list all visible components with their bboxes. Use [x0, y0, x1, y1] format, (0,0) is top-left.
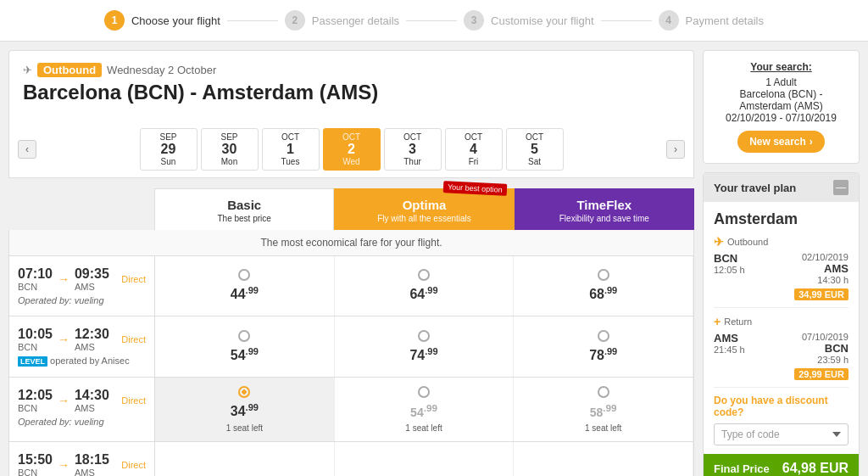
fare-price-3-0[interactable]	[155, 442, 335, 476]
final-price-row: Final Price 64,98 EUR	[704, 454, 859, 476]
direct-link-0[interactable]: Direct	[121, 274, 146, 284]
fare-price-1-1[interactable]: 74.99	[335, 316, 515, 377]
return-left: AMS 21:45 h	[714, 332, 745, 355]
date-picker: ‹ SEP 29 Sun SEP 30 Mon OCT 1 Tues OCT 2…	[8, 121, 694, 178]
price-radio-2-1: 54.99 1 seat left	[405, 386, 442, 433]
dep-time-3: 15:50 BCN	[18, 452, 53, 476]
fare-price-0-1[interactable]: 64.99	[335, 256, 515, 316]
return-leg: + Return AMS 21:45 h 07/10/2019 BCN 23:5…	[714, 315, 849, 380]
arr-time-3: 18:15 AMS	[75, 452, 109, 476]
return-arr-airport: BCN	[802, 342, 849, 355]
fare-price-1-2[interactable]: 78.99	[514, 316, 693, 377]
flight-row-2: 12:05 BCN → 14:30 AMS Direct Operated by…	[8, 378, 694, 442]
outbound-dep-date: 02/10/2019	[802, 252, 849, 262]
price-val-2-0: 34.99	[231, 402, 259, 419]
discount-select[interactable]: Type of code	[714, 423, 849, 445]
direct-link-1[interactable]: Direct	[121, 334, 146, 344]
new-search-label: New search	[749, 136, 806, 148]
step-divider-3	[601, 20, 652, 21]
date-item-5[interactable]: OCT 4 Fri	[445, 128, 503, 171]
fare-timeflex-header[interactable]: TimeFlex Flexibility and save time	[515, 188, 694, 230]
arrow-icon-0: →	[58, 272, 70, 286]
fare-optima-header[interactable]: Your best option Optima Fly with all the…	[334, 188, 514, 230]
step-2[interactable]: 2 Passenger details	[285, 10, 399, 31]
price-radio-1-1: 74.99	[409, 330, 437, 363]
step-3-label: Customise your flight	[491, 14, 593, 27]
operator-2: Operated by: vueling	[18, 417, 146, 427]
return-leg-label: Return	[724, 316, 752, 327]
direct-link-3[interactable]: Direct	[121, 460, 146, 470]
travel-plan-body: Amsterdam ✈ Outbound BCN 12:05 h 02/10/2…	[704, 202, 859, 454]
date-next-button[interactable]: ›	[666, 140, 685, 159]
search-adult-count: 1 Adult	[714, 76, 849, 88]
travel-plan-title: Your travel plan	[714, 182, 796, 194]
price-val-1-2: 78.99	[589, 346, 617, 363]
step-1-num: 1	[104, 10, 125, 31]
arrow-icon-3: →	[58, 458, 70, 472]
flight-times-2: 12:05 BCN → 14:30 AMS Direct	[18, 388, 146, 413]
plane-icon: ✈	[23, 64, 32, 76]
new-search-button[interactable]: New search ›	[737, 131, 825, 153]
level-logo: LEVEL	[18, 356, 47, 367]
date-item-1[interactable]: SEP 30 Mon	[201, 128, 259, 171]
date-prev-button[interactable]: ‹	[18, 140, 36, 159]
discount-label: Do you have a discount code?	[714, 395, 849, 418]
outbound-arr-airport: AMS	[802, 262, 849, 275]
outbound-dep-time: 12:05 h	[714, 265, 745, 275]
step-4-num: 4	[659, 10, 679, 31]
outbound-left: BCN 12:05 h	[714, 252, 745, 275]
operator-0: Operated by: vueling	[18, 295, 146, 305]
price-val-0-2: 68.99	[589, 285, 617, 302]
radio-circle-2-2	[598, 386, 609, 398]
fare-price-2-1[interactable]: 54.99 1 seat left	[335, 378, 515, 441]
flight-row-3: 15:50 BCN → 18:15 AMS Direct	[8, 442, 694, 476]
price-val-1-1: 74.99	[409, 346, 437, 363]
fare-price-2-0[interactable]: 34.99 1 seat left	[155, 378, 335, 441]
radio-circle-2-1	[418, 386, 430, 398]
date-item-0[interactable]: SEP 29 Sun	[140, 128, 198, 171]
fare-price-3-2[interactable]	[514, 442, 693, 476]
flight-times-1: 10:05 BCN → 12:30 AMS Direct	[18, 327, 146, 352]
outbound-leg: ✈ Outbound BCN 12:05 h 02/10/2019 AMS 14…	[714, 235, 849, 300]
date-item-4[interactable]: OCT 3 Thur	[384, 128, 442, 171]
search-summary-title: Your search:	[714, 61, 849, 73]
flight-row-1: 10:05 BCN → 12:30 AMS Direct LEVEL opera…	[8, 316, 694, 378]
radio-circle-0-0	[238, 269, 250, 281]
price-radio-0-0: 44.99	[231, 269, 259, 302]
outbound-leg-label: Outbound	[727, 237, 768, 247]
fare-price-2-2[interactable]: 58.99 1 seat left	[514, 378, 693, 441]
step-4[interactable]: 4 Payment details	[659, 10, 765, 31]
price-radio-2-0: 34.99 1 seat left	[226, 386, 263, 433]
fare-header-area: Basic The best price Your best option Op…	[8, 188, 694, 230]
travel-plan: Your travel plan — Amsterdam ✈ Outbound …	[703, 172, 860, 476]
fare-timeflex-name: TimeFlex	[520, 198, 688, 212]
best-badge: Your best option	[443, 181, 507, 196]
return-right: 07/10/2019 BCN 23:59 h	[802, 332, 849, 365]
route-title: Barcelona (BCN) - Amsterdam (AMS)	[23, 81, 680, 104]
fare-price-1-0[interactable]: 54.99	[155, 316, 335, 377]
leg-divider	[714, 307, 849, 308]
fare-price-3-1[interactable]	[335, 442, 515, 476]
progress-bar: 1 Choose your flight 2 Passenger details…	[0, 0, 868, 42]
return-price: 29,99 EUR	[714, 368, 849, 380]
fare-price-0-2[interactable]: 68.99	[514, 256, 693, 316]
price-val-1-0: 54.99	[231, 346, 259, 363]
direct-link-2[interactable]: Direct	[121, 395, 146, 406]
economical-banner: The most economical fare for your flight…	[8, 230, 694, 256]
fare-basic-header[interactable]: Basic The best price	[154, 188, 334, 230]
step-1[interactable]: 1 Choose your flight	[104, 10, 220, 31]
arr-time-2: 14:30 AMS	[75, 388, 109, 413]
left-content: ✈ Outbound Wednesday 2 October Barcelona…	[8, 50, 694, 476]
arr-time-0: 09:35 AMS	[75, 266, 109, 292]
step-3[interactable]: 3 Customise your flight	[464, 10, 593, 31]
fare-price-0-0[interactable]: 44.99	[155, 256, 335, 316]
date-item-6[interactable]: OCT 5 Sat	[506, 128, 564, 171]
step-2-label: Passenger details	[312, 14, 399, 27]
outbound-dep-airport: BCN	[714, 252, 745, 265]
destination-name: Amsterdam	[714, 210, 849, 228]
return-leg-header: + Return	[714, 315, 849, 328]
flight-row-0: 07:10 BCN → 09:35 AMS Direct Operated by…	[8, 256, 694, 316]
date-item-2[interactable]: OCT 1 Tues	[262, 128, 320, 171]
minimize-button[interactable]: —	[833, 180, 849, 195]
date-item-3[interactable]: OCT 2 Wed	[323, 128, 381, 171]
